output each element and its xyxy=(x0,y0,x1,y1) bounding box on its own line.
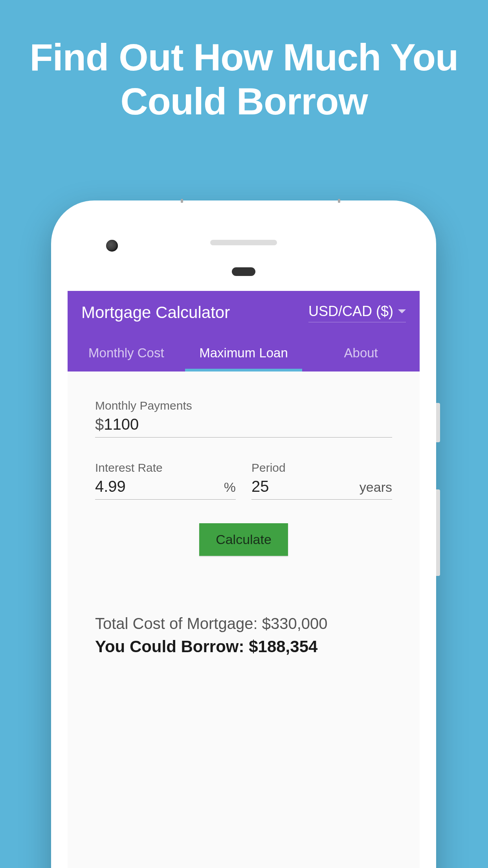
tab-about[interactable]: About xyxy=(302,334,420,371)
phone-notch xyxy=(338,199,340,203)
field-input[interactable]: $1100 xyxy=(95,416,392,438)
field-value-text: 1100 xyxy=(104,416,139,433)
app-bar-top: Mortgage Calculator USD/CAD ($) xyxy=(68,291,420,334)
chevron-down-icon xyxy=(398,309,406,313)
interest-rate-field[interactable]: Interest Rate 4.99 % xyxy=(95,461,236,500)
tab-maximum-loan[interactable]: Maximum Loan xyxy=(185,334,303,371)
tab-monthly-cost[interactable]: Monthly Cost xyxy=(68,334,185,371)
tab-label: Maximum Loan xyxy=(199,346,288,360)
tabs: Monthly Cost Maximum Loan About xyxy=(68,334,420,371)
tab-label: About xyxy=(344,346,378,360)
monthly-payments-field[interactable]: Monthly Payments $1100 xyxy=(95,399,392,438)
phone-speaker xyxy=(210,240,277,245)
currency-selected-label: USD/CAD ($) xyxy=(308,303,393,320)
phone-frame: Mortgage Calculator USD/CAD ($) Monthly … xyxy=(51,200,436,868)
results: Total Cost of Mortgage: $330,000 You Cou… xyxy=(95,615,392,656)
app-screen: Mortgage Calculator USD/CAD ($) Monthly … xyxy=(68,291,420,868)
phone-speaker xyxy=(232,267,255,276)
could-borrow-result: You Could Borrow: $188,354 xyxy=(95,637,392,656)
phone-camera xyxy=(106,240,118,252)
field-input[interactable]: 4.99 % xyxy=(95,478,236,500)
field-suffix: years xyxy=(360,480,392,495)
tab-label: Monthly Cost xyxy=(88,346,164,360)
field-value: $1100 xyxy=(95,416,139,433)
field-label: Interest Rate xyxy=(95,461,236,474)
field-label: Monthly Payments xyxy=(95,399,392,412)
phone-side-button xyxy=(436,489,440,576)
period-field[interactable]: Period 25 years xyxy=(251,461,392,500)
field-value-text: 4.99 xyxy=(95,478,126,495)
currency-prefix: $ xyxy=(95,416,104,433)
field-suffix: % xyxy=(224,480,236,495)
field-value-text: 25 xyxy=(251,478,269,495)
phone-side-button xyxy=(436,403,440,442)
field-input[interactable]: 25 years xyxy=(251,478,392,500)
currency-selector[interactable]: USD/CAD ($) xyxy=(308,303,406,322)
app-title: Mortgage Calculator xyxy=(81,303,230,322)
app-bar: Mortgage Calculator USD/CAD ($) Monthly … xyxy=(68,291,420,371)
total-cost-result: Total Cost of Mortgage: $330,000 xyxy=(95,615,392,633)
rate-period-row: Interest Rate 4.99 % Period 25 years xyxy=(95,461,392,500)
calculate-button[interactable]: Calculate xyxy=(199,523,288,556)
content: Monthly Payments $1100 Interest Rate 4.9… xyxy=(68,371,420,656)
marketing-headline: Find Out How Much You Could Borrow xyxy=(0,0,488,123)
phone-notch xyxy=(181,199,183,203)
field-label: Period xyxy=(251,461,392,474)
